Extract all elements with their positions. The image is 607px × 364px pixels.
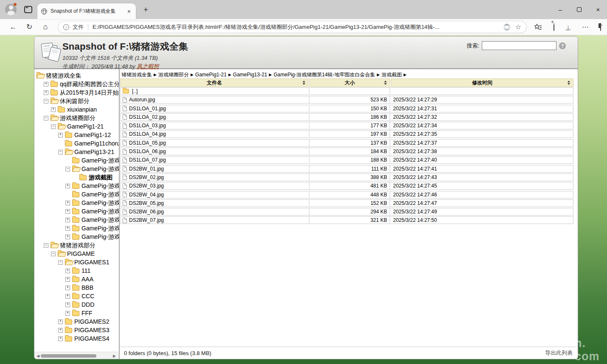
tree-item[interactable]: −GamePig13-21 xyxy=(34,148,119,156)
expand-toggle-icon[interactable]: + xyxy=(65,226,70,231)
breadcrumb-link[interactable]: GamePig1-21 xyxy=(195,72,227,78)
tree-item[interactable]: +GamePig-游戏猪圈 xyxy=(34,232,119,241)
file-row[interactable]: DS2BW_07.jpg321 KB2025/3/22 14:27:50 xyxy=(120,216,573,224)
tree-item-label[interactable]: AAA xyxy=(81,275,93,283)
file-name-cell[interactable]: DS1LOA_03.jpg xyxy=(121,122,309,129)
tree-item-label[interactable]: GamePig-游戏猪圈 xyxy=(81,224,120,232)
file-name[interactable]: DS2BW_01.jpg xyxy=(129,165,164,172)
collections-icon[interactable] xyxy=(554,23,554,31)
file-name-cell[interactable]: DS1LOA_04.jpg xyxy=(121,131,309,137)
tree-item[interactable]: +FFF xyxy=(34,309,119,317)
file-name-cell[interactable]: DS1LOA_06.jpg xyxy=(121,148,309,155)
breadcrumb-link[interactable]: 猪猪游戏全集 xyxy=(121,72,152,78)
file-row[interactable]: DS1LOA_03.jpg177 KB2025/3/22 14:27:34 xyxy=(120,122,573,129)
file-row[interactable]: Autorun.jpg523 KB2025/3/22 14:27:29 xyxy=(120,96,573,104)
tree-item[interactable]: +qq群藏经阁茜茜公主分享部分 xyxy=(34,80,119,88)
expand-toggle-icon[interactable]: + xyxy=(58,328,63,333)
expand-toggle-icon[interactable]: + xyxy=(65,286,70,290)
tree-item-label[interactable]: 从2015年3月14日开始的游戏 xyxy=(60,88,120,97)
tree-item-label[interactable]: DDD xyxy=(81,300,94,309)
expand-toggle-icon[interactable]: + xyxy=(65,235,70,239)
page-info-icon[interactable]: i xyxy=(63,24,69,30)
tree-item[interactable]: GamePig-游戏猪圈 xyxy=(34,190,119,199)
tree-item[interactable]: +GamePig-游戏猪圈 xyxy=(34,224,119,232)
file-name-cell[interactable]: [..] xyxy=(121,88,309,95)
file-name[interactable]: [..] xyxy=(132,88,138,95)
workspaces-icon[interactable] xyxy=(24,6,32,13)
tree-item[interactable]: +GamePig-游戏猪圈 xyxy=(34,182,119,190)
file-name[interactable]: DS1LOA_03.jpg xyxy=(129,122,166,129)
file-name[interactable]: DS2BW_02.jpg xyxy=(129,174,164,181)
tree-item[interactable]: −休闲篇部分 xyxy=(34,97,119,105)
tree-item-label[interactable]: CCC xyxy=(81,292,94,300)
refresh-icon[interactable]: ↻ xyxy=(22,22,37,31)
file-name[interactable]: DS1LOA_05.jpg xyxy=(129,140,166,146)
tree-item[interactable]: +GamePig-游戏猪圈 xyxy=(34,199,119,207)
tree-item-label[interactable]: GamePig1-21 xyxy=(67,122,104,131)
expand-toggle-icon[interactable]: + xyxy=(44,90,48,95)
breadcrumb-link[interactable]: GamePig13-21 xyxy=(233,72,267,78)
address-bar[interactable]: i 文件 E:/PIGGAMES/PIGGAMES游戏名字目录列表.html#F… xyxy=(58,21,527,33)
sidebar-toggle-icon[interactable] xyxy=(600,23,601,31)
tree-item[interactable]: −游戏猪圈部分 xyxy=(34,114,119,122)
tree-item-label[interactable]: PIGGAMES2 xyxy=(74,317,109,326)
export-list-link[interactable]: 导出此列表 xyxy=(545,349,573,357)
expand-toggle-icon[interactable]: + xyxy=(65,209,70,214)
file-name[interactable]: DS2BW_05.jpg xyxy=(129,200,164,207)
tree-item-label[interactable]: 111 xyxy=(81,266,90,275)
tree-item-label[interactable]: GamePig-游戏猪圈 xyxy=(81,199,120,207)
file-row[interactable]: DS2BW_06.jpg294 KB2025/3/22 14:27:49 xyxy=(120,208,573,216)
tree-item[interactable]: +xiuxianpian xyxy=(34,105,119,114)
collapse-toggle-icon[interactable]: − xyxy=(44,116,48,120)
collapse-toggle-icon[interactable]: − xyxy=(51,124,56,129)
file-row[interactable]: DS1LOA_07.jpg188 KB2025/3/22 14:27:40 xyxy=(120,156,573,164)
file-row[interactable]: [..] xyxy=(120,87,573,95)
tree-item-label[interactable]: GamePig-游戏猪圈 xyxy=(81,232,120,241)
window-close-button[interactable]: × xyxy=(595,6,601,13)
file-name-cell[interactable]: DS1LOA_02.jpg xyxy=(121,114,309,120)
tree-item-label[interactable]: GamePig11chonzhi xyxy=(74,139,120,148)
tree-item[interactable]: +PIGGAMES2 xyxy=(34,317,119,326)
tree-item-label[interactable]: 休闲篇部分 xyxy=(60,97,90,105)
tree-item-label[interactable]: PIGGAME xyxy=(67,249,95,258)
tab-close-icon[interactable]: × xyxy=(126,8,132,15)
collapse-toggle-icon[interactable]: − xyxy=(44,243,48,248)
tree-item[interactable]: −GamePig1-21 xyxy=(34,122,119,131)
file-name-cell[interactable]: DS1LOA_01.jpg xyxy=(121,105,309,112)
tree-item[interactable]: +从2015年3月14日开始的游戏 xyxy=(34,88,119,97)
tree-item-label[interactable]: GamePig1-12 xyxy=(74,131,111,139)
file-row[interactable]: DS1LOA_04.jpg197 KB2025/3/22 14:27:35 xyxy=(120,130,573,138)
tree-item-label[interactable]: 游戏猪圈部分 xyxy=(60,114,96,122)
file-name-cell[interactable]: DS2BW_01.jpg xyxy=(121,165,309,172)
expand-toggle-icon[interactable]: + xyxy=(65,277,70,282)
tree-item-label[interactable]: GamePig-游戏猪圈 xyxy=(81,190,120,199)
file-row[interactable]: DS2BW_03.jpg481 KB2025/3/22 14:27:45 xyxy=(120,182,573,190)
tree-item-label[interactable]: FFF xyxy=(81,309,93,317)
tree-item[interactable]: −猪猪游戏部分 xyxy=(34,241,119,249)
file-name[interactable]: DS2BW_07.jpg xyxy=(129,217,164,224)
column-header-filename[interactable]: 文件名 xyxy=(120,78,309,87)
breadcrumb-link[interactable]: 游戏猪圈部分 xyxy=(158,72,189,78)
collapse-toggle-icon[interactable]: − xyxy=(51,252,56,256)
file-name-cell[interactable]: DS1LOA_07.jpg xyxy=(121,157,309,163)
tree-item[interactable]: −GamePig-游戏猪圈第14辑-地牢围攻白金合集 xyxy=(34,165,119,173)
tree-item[interactable]: +DDD xyxy=(34,300,119,309)
file-row[interactable]: DS1LOA_05.jpg137 KB2025/3/22 14:27:37 xyxy=(120,139,573,147)
collapse-toggle-icon[interactable]: − xyxy=(65,167,70,171)
back-icon[interactable]: ← xyxy=(6,23,20,31)
file-row[interactable]: DS1LOA_01.jpg150 KB2025/3/22 14:27:31 xyxy=(120,105,573,112)
tree-item[interactable]: GamePig11chonzhi xyxy=(34,139,119,148)
window-maximize-button[interactable] xyxy=(577,7,582,12)
tree-item-label[interactable]: GamePig-游戏猪圈 xyxy=(81,207,120,216)
tree-item[interactable]: 游戏截图 xyxy=(34,173,119,182)
url-text[interactable]: E:/PIGGAMES/PIGGAMES游戏名字目录列表.html#F:/猪猪游… xyxy=(93,23,499,31)
tree-item-label[interactable]: GamePig13-21 xyxy=(74,148,114,156)
file-name[interactable]: DS2BW_03.jpg xyxy=(129,182,164,189)
file-name-cell[interactable]: DS2BW_04.jpg xyxy=(121,191,309,198)
sort-icon[interactable] xyxy=(384,81,387,85)
file-name[interactable]: DS1LOA_07.jpg xyxy=(129,157,166,163)
file-row[interactable]: DS1LOA_02.jpg186 KB2025/3/22 14:27:32 xyxy=(120,113,573,121)
column-header-size[interactable]: 大小 xyxy=(309,78,390,87)
expand-toggle-icon[interactable]: + xyxy=(65,302,70,307)
expand-toggle-icon[interactable]: + xyxy=(65,201,70,205)
